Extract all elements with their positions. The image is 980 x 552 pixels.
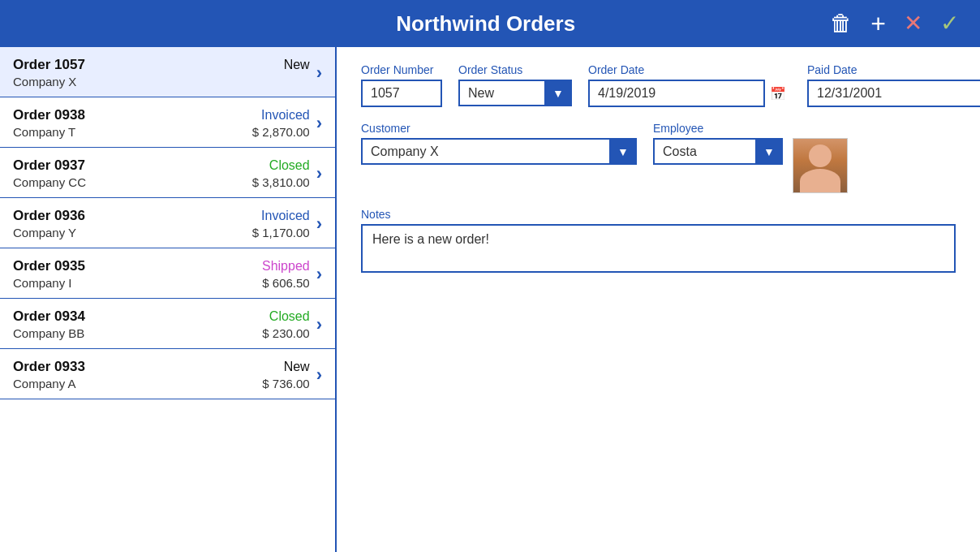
order-info: Order 0935ShippedCompany I$ 606.50 xyxy=(13,258,310,290)
customer-group: Customer Company X Company T Company CC … xyxy=(361,122,637,193)
order-number: Order 0936 xyxy=(13,208,85,224)
order-date-calendar-icon[interactable]: 📅 xyxy=(763,80,791,107)
order-bottom: Company CC$ 3,810.00 xyxy=(13,175,310,189)
paid-date-group: Paid Date 📅 xyxy=(807,63,980,107)
order-company: Company I xyxy=(13,276,72,290)
cancel-icon: ✕ xyxy=(904,11,922,36)
order-status: New xyxy=(284,360,310,374)
order-list-item[interactable]: Order 0936InvoicedCompany Y$ 1,170.00› xyxy=(0,198,335,248)
order-bottom: Company T$ 2,870.00 xyxy=(13,125,310,139)
form-row-1: Order Number Order Status New Invoiced S… xyxy=(361,63,956,107)
order-company: Company T xyxy=(13,125,75,139)
employee-group: Employee Costa Smith Jones ▼ xyxy=(653,122,848,193)
order-number-group: Order Number xyxy=(361,63,442,107)
order-info: Order 0933NewCompany A$ 736.00 xyxy=(13,359,310,390)
employee-photo xyxy=(793,138,848,193)
order-number-input[interactable] xyxy=(361,80,442,107)
notes-group: Notes Here is a new order! xyxy=(361,208,956,273)
order-top: Order 0936Invoiced xyxy=(13,208,310,224)
order-list: Order 1057NewCompany X›Order 0938Invoice… xyxy=(0,47,337,552)
order-chevron-icon: › xyxy=(316,163,322,184)
order-list-item[interactable]: Order 1057NewCompany X› xyxy=(0,47,335,97)
order-amount: $ 1,170.00 xyxy=(252,226,310,239)
cancel-button[interactable]: ✕ xyxy=(899,11,927,37)
order-chevron-icon: › xyxy=(316,213,322,235)
order-status: New xyxy=(284,58,310,72)
order-top: Order 0935Shipped xyxy=(13,258,310,274)
order-chevron-icon: › xyxy=(316,264,322,285)
order-number: Order 0937 xyxy=(13,157,85,174)
notes-textarea[interactable]: Here is a new order! xyxy=(361,224,956,273)
order-info: Order 0934ClosedCompany BB$ 230.00 xyxy=(13,308,310,340)
plus-icon: + xyxy=(870,9,886,38)
main-content: Order 1057NewCompany X›Order 0938Invoice… xyxy=(0,47,980,552)
confirm-button[interactable]: ✓ xyxy=(935,11,964,37)
order-top: Order 0938Invoiced xyxy=(13,107,310,123)
confirm-icon: ✓ xyxy=(940,11,959,36)
detail-panel: Order Number Order Status New Invoiced S… xyxy=(337,47,980,552)
order-number: Order 0935 xyxy=(13,258,85,274)
order-status-select-wrapper: New Invoiced Shipped Closed ▼ xyxy=(458,80,572,106)
order-chevron-icon: › xyxy=(316,364,322,386)
order-date-label: Order Date xyxy=(588,63,791,76)
order-status-group: Order Status New Invoiced Shipped Closed… xyxy=(458,63,572,107)
order-number: Order 0934 xyxy=(13,308,85,325)
app-container: Northwind Orders 🗑 + ✕ ✓ Order 1057NewCo… xyxy=(0,0,980,552)
order-list-item[interactable]: Order 0935ShippedCompany I$ 606.50› xyxy=(0,248,335,299)
order-list-item[interactable]: Order 0934ClosedCompany BB$ 230.00› xyxy=(0,299,335,349)
order-number: Order 0938 xyxy=(13,107,85,123)
paid-date-wrapper: 📅 xyxy=(807,80,980,107)
order-chevron-icon: › xyxy=(316,314,322,335)
employee-label: Employee xyxy=(653,122,848,135)
delete-button[interactable]: 🗑 xyxy=(825,11,858,37)
order-bottom: Company BB$ 230.00 xyxy=(13,326,310,340)
order-info: Order 1057NewCompany X xyxy=(13,57,310,88)
order-list-item[interactable]: Order 0933NewCompany A$ 736.00› xyxy=(0,349,335,399)
notes-label: Notes xyxy=(361,208,956,221)
order-status: Invoiced xyxy=(261,209,310,223)
paid-date-label: Paid Date xyxy=(807,63,980,76)
order-chevron-icon: › xyxy=(316,63,322,84)
order-status-select[interactable]: New Invoiced Shipped Closed xyxy=(458,80,572,106)
form-row-2: Customer Company X Company T Company CC … xyxy=(361,122,956,193)
order-list-item[interactable]: Order 0937ClosedCompany CC$ 3,810.00› xyxy=(0,148,335,198)
order-bottom: Company I$ 606.50 xyxy=(13,276,310,290)
order-list-item[interactable]: Order 0938InvoicedCompany T$ 2,870.00› xyxy=(0,97,335,148)
paid-date-input[interactable] xyxy=(807,80,980,107)
order-top: Order 0934Closed xyxy=(13,308,310,325)
order-number: Order 1057 xyxy=(13,57,85,73)
app-header: Northwind Orders 🗑 + ✕ ✓ xyxy=(0,0,980,47)
order-top: Order 0937Closed xyxy=(13,157,310,174)
order-info: Order 0937ClosedCompany CC$ 3,810.00 xyxy=(13,157,310,189)
order-company: Company A xyxy=(13,377,76,390)
trash-icon: 🗑 xyxy=(830,11,853,36)
order-amount: $ 736.00 xyxy=(262,377,309,390)
employee-photo-image xyxy=(793,138,847,193)
order-number-label: Order Number xyxy=(361,63,442,76)
order-amount: $ 606.50 xyxy=(262,276,309,290)
order-status: Shipped xyxy=(262,259,310,274)
employee-section: Costa Smith Jones ▼ xyxy=(653,138,848,193)
order-chevron-icon: › xyxy=(316,113,322,134)
header-actions: 🗑 + ✕ ✓ xyxy=(825,9,964,38)
order-info: Order 0938InvoicedCompany T$ 2,870.00 xyxy=(13,107,310,139)
order-top: Order 1057New xyxy=(13,57,310,73)
order-date-wrapper: 📅 xyxy=(588,80,791,107)
order-amount: $ 230.00 xyxy=(262,326,309,340)
order-status: Invoiced xyxy=(261,108,310,123)
customer-label: Customer xyxy=(361,122,637,135)
employee-select[interactable]: Costa Smith Jones xyxy=(653,138,783,165)
customer-select-wrapper: Company X Company T Company CC Company Y… xyxy=(361,138,637,165)
customer-select[interactable]: Company X Company T Company CC Company Y… xyxy=(361,138,637,165)
order-date-input[interactable] xyxy=(588,80,791,107)
order-company: Company Y xyxy=(13,226,76,239)
order-company: Company CC xyxy=(13,175,86,189)
order-bottom: Company Y$ 1,170.00 xyxy=(13,226,310,239)
add-button[interactable]: + xyxy=(866,9,891,38)
order-number: Order 0933 xyxy=(13,359,85,375)
order-company: Company BB xyxy=(13,326,84,340)
employee-select-wrapper: Costa Smith Jones ▼ xyxy=(653,138,783,165)
order-amount: $ 3,810.00 xyxy=(252,175,310,189)
order-info: Order 0936InvoicedCompany Y$ 1,170.00 xyxy=(13,208,310,239)
form-row-notes: Notes Here is a new order! xyxy=(361,208,956,273)
